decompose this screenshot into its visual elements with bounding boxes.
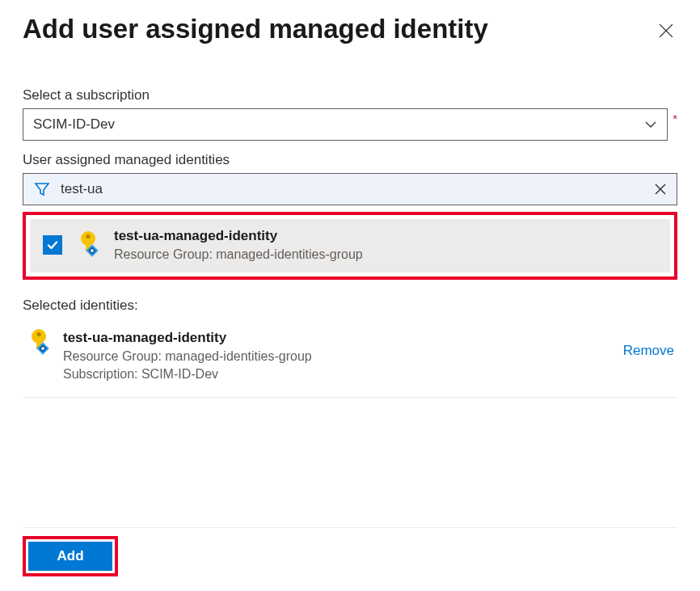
subscription-row: SCIM-ID-Dev * <box>23 108 677 141</box>
chevron-down-icon <box>644 118 657 131</box>
selected-text: test-ua-managed-identity Resource Group:… <box>63 328 612 384</box>
subscription-select[interactable]: SCIM-ID-Dev <box>23 108 668 141</box>
filter-icon-cell <box>23 174 61 205</box>
panel-header: Add user assigned managed identity <box>23 13 677 45</box>
add-button-highlight: Add <box>23 536 118 576</box>
required-indicator: * <box>673 112 677 125</box>
filter-icon <box>34 181 50 197</box>
selected-identity-row: test-ua-managed-identity Resource Group:… <box>23 319 677 398</box>
result-checkbox[interactable] <box>43 235 62 255</box>
remove-link[interactable]: Remove <box>623 343 674 359</box>
svg-marker-9 <box>36 184 48 195</box>
checkmark-icon <box>46 239 59 251</box>
subscription-label: Select a subscription <box>23 87 677 103</box>
managed-identity-icon <box>75 230 101 260</box>
managed-identity-icon <box>26 328 52 357</box>
selected-subscription: Subscription: SCIM-ID-Dev <box>63 365 612 383</box>
panel-footer: Add <box>23 527 677 576</box>
uami-filter <box>23 173 677 205</box>
panel-title: Add user assigned managed identity <box>23 13 488 45</box>
result-resource-group: Resource Group: managed-identities-group <box>114 246 363 264</box>
selected-name: test-ua-managed-identity <box>63 328 612 348</box>
result-highlight: test-ua-managed-identity Resource Group:… <box>23 212 677 281</box>
add-uami-panel: Add user assigned managed identity Selec… <box>0 0 700 591</box>
close-button[interactable] <box>655 19 677 42</box>
close-icon <box>654 183 667 196</box>
result-name: test-ua-managed-identity <box>114 227 363 246</box>
uami-label: User assigned managed identities <box>23 152 677 168</box>
filter-clear-button[interactable] <box>644 174 677 205</box>
uami-filter-input[interactable] <box>61 174 644 205</box>
selected-identities-label: Selected identities: <box>23 298 677 314</box>
result-text: test-ua-managed-identity Resource Group:… <box>114 227 363 264</box>
uami-result-row[interactable]: test-ua-managed-identity Resource Group:… <box>30 219 670 273</box>
close-icon <box>659 23 673 38</box>
add-button[interactable]: Add <box>28 542 112 571</box>
selected-resource-group: Resource Group: managed-identities-group <box>63 348 612 365</box>
subscription-value: SCIM-ID-Dev <box>33 116 115 133</box>
